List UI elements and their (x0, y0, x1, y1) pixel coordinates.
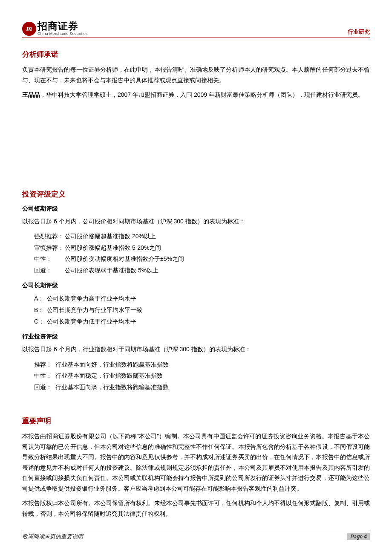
long-rating-label: B： (34, 304, 47, 316)
logo-english-text: China Merchants Securities (37, 32, 88, 36)
industry-rating-label: 推荐： (34, 359, 55, 370)
company-short-rating-heading: 公司短期评级 (22, 205, 370, 213)
long-rating-row: B：公司长期竞争力与行业平均水平一致 (22, 304, 370, 316)
long-rating-desc: 公司长期竞争力低于行业平均水平 (47, 316, 136, 327)
long-rating-desc: 公司长期竞争力高于行业平均水平 (47, 293, 136, 304)
industry-rating-desc: 行业基本面向好，行业指数将跑赢基准指数 (55, 359, 169, 370)
short-rating-desc: 公司股价涨幅超基准指数 20%以上 (65, 231, 156, 242)
page-number-badge: Page 4 (347, 533, 370, 540)
long-rating-desc: 公司长期竞争力与行业平均水平一致 (47, 304, 142, 316)
long-rating-row: A：公司长期竞争力高于行业平均水平 (22, 293, 370, 304)
industry-rating-heading: 行业投资评级 (22, 333, 370, 341)
doc-category-label: 行业研究 (348, 28, 370, 36)
analyst-bio: 王晶晶，华中科技大学管理学硕士，2007 年加盟招商证券，入围 2009 年新财… (22, 90, 370, 100)
logo-chinese-text: 招商证券 (37, 21, 88, 31)
disclaimer-para-2: 本报告版权归本公司所有。本公司保留所有权利。未经本公司事先书面许可，任何机构和个… (22, 498, 370, 519)
disclaimer-para-1: 本报告由招商证券股份有限公司（以下简称"本公司"）编制。本公司具有中国证监会许可… (22, 431, 370, 494)
industry-rating-label: 回避： (34, 382, 55, 393)
industry-rating-intro: 以报告日起 6 个月内，行业指数相对于同期市场基准（沪深 300 指数）的表现为… (22, 344, 370, 355)
short-rating-label: 回避： (34, 265, 65, 276)
short-rating-row: 审慎推荐：公司股价涨幅超基准指数 5-20%之间 (22, 242, 370, 254)
analyst-commitment-para-1: 负责本研究报告的每一位证券分析师，在此申明，本报告清晰、准确地反映了分析师本人的… (22, 64, 370, 85)
short-rating-label: 中性： (34, 253, 65, 265)
short-rating-desc: 公司股价变动幅度相对基准指数介于±5%之间 (65, 253, 184, 265)
long-rating-label: C： (34, 316, 47, 327)
industry-rating-row: 推荐：行业基本面向好，行业指数将跑赢基准指数 (22, 359, 370, 370)
page-header: m 招商证券 China Merchants Securities 行业研究 (22, 21, 370, 38)
analyst-name: 王晶晶 (22, 91, 40, 98)
company-short-rating-intro: 以报告日起 6 个月内，公司股价相对同期市场基准（沪深 300 指数）的表现为标… (22, 216, 370, 227)
brand-logo: m 招商证券 China Merchants Securities (22, 21, 88, 36)
long-rating-label: A： (34, 293, 47, 304)
page-footer: 敬请阅读末页的重要说明 Page 4 (22, 530, 370, 541)
industry-rating-desc: 行业基本面向淡，行业指数将跑输基准指数 (55, 382, 169, 393)
long-rating-row: C：公司长期竞争力低于行业平均水平 (22, 316, 370, 327)
section-disclaimer-title: 重要声明 (22, 416, 370, 426)
industry-rating-label: 中性： (34, 370, 55, 382)
short-rating-desc: 公司股价表现弱于基准指数 5%以上 (65, 265, 159, 276)
short-rating-label: 审慎推荐： (34, 242, 65, 254)
industry-rating-row: 中性：行业基本面稳定，行业指数跟随基准指数 (22, 370, 370, 382)
section-analyst-commitment-title: 分析师承诺 (22, 50, 370, 59)
short-rating-row: 中性：公司股价变动幅度相对基准指数介于±5%之间 (22, 253, 370, 265)
short-rating-row: 回避：公司股价表现弱于基准指数 5%以上 (22, 265, 370, 276)
industry-rating-desc: 行业基本面稳定，行业指数跟随基准指数 (55, 370, 163, 382)
logo-mark-icon: m (22, 22, 36, 36)
section-rating-definition-title: 投资评级定义 (22, 190, 370, 199)
short-rating-row: 强烈推荐：公司股价涨幅超基准指数 20%以上 (22, 231, 370, 242)
industry-rating-row: 回避：行业基本面向淡，行业指数将跑输基准指数 (22, 382, 370, 393)
short-rating-label: 强烈推荐： (34, 231, 65, 242)
short-rating-desc: 公司股价涨幅超基准指数 5-20%之间 (65, 242, 161, 254)
footer-note: 敬请阅读末页的重要说明 (22, 533, 83, 541)
analyst-bio-text: ，华中科技大学管理学硕士，2007 年加盟招商证券，入围 2009 年新财富最佳… (40, 91, 364, 98)
company-long-rating-heading: 公司长期评级 (22, 282, 370, 289)
